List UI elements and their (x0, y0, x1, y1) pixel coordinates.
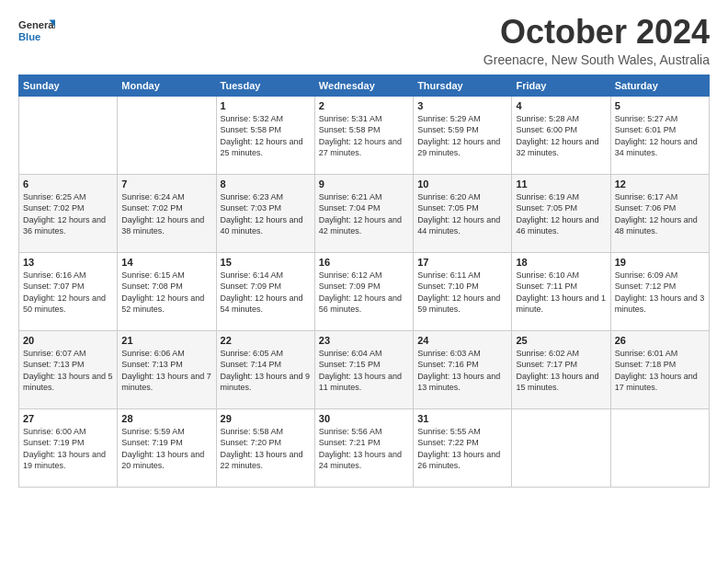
calendar-week-row: 20Sunrise: 6:07 AMSunset: 7:13 PMDayligh… (19, 330, 710, 408)
day-number: 17 (417, 257, 507, 268)
day-number: 16 (319, 257, 409, 268)
th-saturday: Saturday (610, 75, 709, 96)
day-info: Sunrise: 5:27 AMSunset: 6:01 PMDaylight:… (615, 113, 705, 159)
day-info: Sunrise: 5:59 AMSunset: 7:19 PMDaylight:… (121, 426, 211, 472)
day-info: Sunrise: 6:21 AMSunset: 7:04 PMDaylight:… (319, 191, 409, 237)
day-number: 15 (221, 257, 311, 268)
day-number: 19 (615, 257, 705, 268)
calendar-cell (610, 408, 709, 487)
th-friday: Friday (512, 75, 610, 96)
calendar-header-row: Sunday Monday Tuesday Wednesday Thursday… (19, 75, 710, 96)
calendar-cell: 4Sunrise: 5:28 AMSunset: 6:00 PMDaylight… (512, 96, 610, 174)
day-info: Sunrise: 5:56 AMSunset: 7:21 PMDaylight:… (319, 426, 409, 472)
day-info: Sunrise: 6:20 AMSunset: 7:05 PMDaylight:… (417, 191, 507, 237)
calendar-cell: 24Sunrise: 6:03 AMSunset: 7:16 PMDayligh… (414, 330, 512, 408)
day-info: Sunrise: 6:19 AMSunset: 7:05 PMDaylight:… (516, 191, 606, 237)
calendar-week-row: 1Sunrise: 5:32 AMSunset: 5:58 PMDaylight… (19, 96, 710, 174)
calendar-table: Sunday Monday Tuesday Wednesday Thursday… (18, 75, 710, 488)
day-info: Sunrise: 6:10 AMSunset: 7:11 PMDaylight:… (516, 270, 606, 316)
day-number: 21 (121, 335, 211, 346)
calendar-cell (118, 96, 216, 174)
day-info: Sunrise: 6:04 AMSunset: 7:15 PMDaylight:… (319, 348, 409, 394)
day-info: Sunrise: 6:25 AMSunset: 7:02 PMDaylight:… (23, 191, 113, 237)
day-number: 24 (417, 335, 507, 346)
day-info: Sunrise: 5:28 AMSunset: 6:00 PMDaylight:… (516, 113, 606, 159)
day-number: 9 (319, 178, 409, 190)
day-number: 3 (417, 100, 507, 111)
calendar-cell: 29Sunrise: 5:58 AMSunset: 7:20 PMDayligh… (216, 408, 314, 487)
day-info: Sunrise: 6:03 AMSunset: 7:16 PMDaylight:… (417, 348, 507, 394)
day-number: 8 (221, 178, 311, 190)
day-info: Sunrise: 6:12 AMSunset: 7:09 PMDaylight:… (319, 270, 409, 316)
month-title: October 2024 (483, 14, 710, 51)
day-number: 14 (121, 257, 211, 268)
day-info: Sunrise: 6:07 AMSunset: 7:13 PMDaylight:… (23, 348, 113, 394)
day-number: 23 (319, 335, 409, 346)
day-info: Sunrise: 6:05 AMSunset: 7:14 PMDaylight:… (221, 348, 311, 394)
day-info: Sunrise: 5:32 AMSunset: 5:58 PMDaylight:… (221, 113, 311, 159)
day-info: Sunrise: 6:06 AMSunset: 7:13 PMDaylight:… (121, 348, 211, 394)
location-subtitle: Greenacre, New South Wales, Australia (483, 52, 710, 67)
calendar-cell: 8Sunrise: 6:23 AMSunset: 7:03 PMDaylight… (216, 174, 314, 252)
day-info: Sunrise: 5:29 AMSunset: 5:59 PMDaylight:… (417, 113, 507, 159)
day-number: 13 (23, 257, 113, 268)
day-number: 10 (417, 178, 507, 190)
calendar-cell: 2Sunrise: 5:31 AMSunset: 5:58 PMDaylight… (314, 96, 413, 174)
calendar-cell: 18Sunrise: 6:10 AMSunset: 7:11 PMDayligh… (512, 252, 610, 330)
calendar-cell: 20Sunrise: 6:07 AMSunset: 7:13 PMDayligh… (19, 330, 118, 408)
day-info: Sunrise: 5:31 AMSunset: 5:58 PMDaylight:… (319, 113, 409, 159)
day-number: 20 (23, 335, 113, 346)
calendar-cell: 6Sunrise: 6:25 AMSunset: 7:02 PMDaylight… (19, 174, 118, 252)
day-info: Sunrise: 6:09 AMSunset: 7:12 PMDaylight:… (615, 270, 705, 316)
day-info: Sunrise: 6:02 AMSunset: 7:17 PMDaylight:… (516, 348, 606, 394)
calendar-cell: 25Sunrise: 6:02 AMSunset: 7:17 PMDayligh… (512, 330, 610, 408)
calendar-week-row: 13Sunrise: 6:16 AMSunset: 7:07 PMDayligh… (19, 252, 710, 330)
calendar-week-row: 27Sunrise: 6:00 AMSunset: 7:19 PMDayligh… (19, 408, 710, 487)
day-info: Sunrise: 6:17 AMSunset: 7:06 PMDaylight:… (615, 191, 705, 237)
day-number: 30 (319, 413, 409, 424)
calendar-cell (19, 96, 118, 174)
day-number: 1 (221, 100, 311, 111)
day-number: 5 (615, 100, 705, 111)
calendar-cell: 22Sunrise: 6:05 AMSunset: 7:14 PMDayligh… (216, 330, 314, 408)
day-info: Sunrise: 6:00 AMSunset: 7:19 PMDaylight:… (23, 426, 113, 472)
calendar-cell: 30Sunrise: 5:56 AMSunset: 7:21 PMDayligh… (314, 408, 413, 487)
calendar-cell: 12Sunrise: 6:17 AMSunset: 7:06 PMDayligh… (610, 174, 709, 252)
calendar-cell: 19Sunrise: 6:09 AMSunset: 7:12 PMDayligh… (610, 252, 709, 330)
day-info: Sunrise: 5:55 AMSunset: 7:22 PMDaylight:… (417, 426, 507, 472)
calendar-cell: 28Sunrise: 5:59 AMSunset: 7:19 PMDayligh… (118, 408, 216, 487)
calendar-cell: 14Sunrise: 6:15 AMSunset: 7:08 PMDayligh… (118, 252, 216, 330)
logo: General Blue (18, 14, 55, 51)
calendar-cell: 27Sunrise: 6:00 AMSunset: 7:19 PMDayligh… (19, 408, 118, 487)
calendar-cell (512, 408, 610, 487)
th-sunday: Sunday (19, 75, 118, 96)
calendar-cell: 31Sunrise: 5:55 AMSunset: 7:22 PMDayligh… (414, 408, 512, 487)
calendar-cell: 13Sunrise: 6:16 AMSunset: 7:07 PMDayligh… (19, 252, 118, 330)
day-number: 18 (516, 257, 606, 268)
day-number: 31 (417, 413, 507, 424)
calendar-cell: 1Sunrise: 5:32 AMSunset: 5:58 PMDaylight… (216, 96, 314, 174)
th-wednesday: Wednesday (314, 75, 413, 96)
day-number: 26 (615, 335, 705, 346)
calendar-cell: 9Sunrise: 6:21 AMSunset: 7:04 PMDaylight… (314, 174, 413, 252)
header: General Blue October 2024 Greenacre, New… (18, 14, 710, 67)
day-number: 11 (516, 178, 606, 190)
day-number: 28 (121, 413, 211, 424)
day-info: Sunrise: 5:58 AMSunset: 7:20 PMDaylight:… (221, 426, 311, 472)
th-tuesday: Tuesday (216, 75, 314, 96)
day-info: Sunrise: 6:15 AMSunset: 7:08 PMDaylight:… (121, 270, 211, 316)
svg-text:Blue: Blue (18, 31, 40, 42)
calendar-cell: 10Sunrise: 6:20 AMSunset: 7:05 PMDayligh… (414, 174, 512, 252)
page: General Blue October 2024 Greenacre, New… (0, 0, 728, 563)
calendar-cell: 26Sunrise: 6:01 AMSunset: 7:18 PMDayligh… (610, 330, 709, 408)
day-number: 29 (221, 413, 311, 424)
th-thursday: Thursday (414, 75, 512, 96)
calendar-cell: 15Sunrise: 6:14 AMSunset: 7:09 PMDayligh… (216, 252, 314, 330)
calendar-cell: 17Sunrise: 6:11 AMSunset: 7:10 PMDayligh… (414, 252, 512, 330)
day-number: 25 (516, 335, 606, 346)
calendar-cell: 7Sunrise: 6:24 AMSunset: 7:02 PMDaylight… (118, 174, 216, 252)
calendar-cell: 16Sunrise: 6:12 AMSunset: 7:09 PMDayligh… (314, 252, 413, 330)
th-monday: Monday (118, 75, 216, 96)
day-number: 2 (319, 100, 409, 111)
day-info: Sunrise: 6:23 AMSunset: 7:03 PMDaylight:… (221, 191, 311, 237)
